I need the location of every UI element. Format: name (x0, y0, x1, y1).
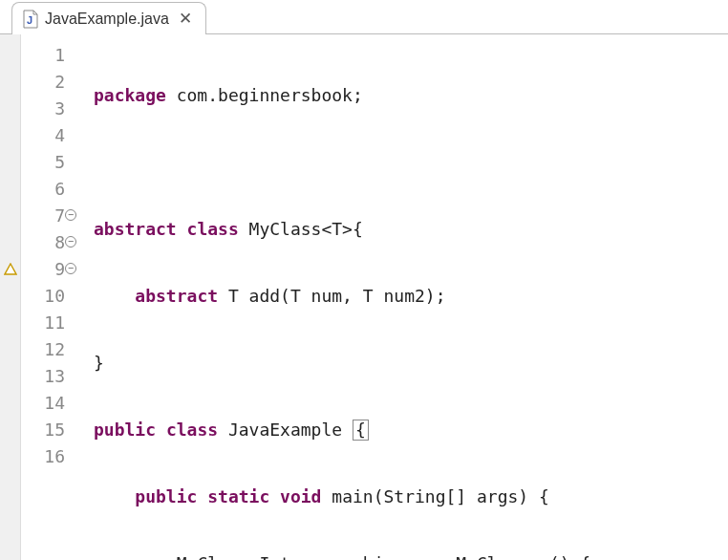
line-num: 14 (21, 390, 65, 417)
code-line: } (94, 350, 728, 377)
code-line: package com.beginnersbook; (94, 82, 728, 109)
code-line (94, 149, 728, 176)
tab-bar: J JavaExample.java ✕ (0, 0, 728, 34)
line-num: 12 (21, 336, 65, 363)
line-num: 16 (21, 443, 65, 470)
code-line: abstract T add(T num, T num2); (94, 283, 728, 310)
line-num: 6 (21, 176, 65, 203)
line-num: 3 (21, 96, 65, 122)
code-editor[interactable]: 1 2 3 4 5 6 7− 8− 9− 10 11 12 13 14 15 1… (0, 34, 728, 560)
line-num: 8− (21, 229, 65, 256)
marker-column (0, 34, 21, 560)
matching-bracket: { (353, 420, 369, 441)
line-num: 5 (21, 149, 65, 176)
line-num: 13 (21, 363, 65, 390)
line-num: 1 (21, 42, 65, 69)
line-num: 9− (21, 256, 65, 283)
code-line: abstract class MyClass<T>{ (94, 216, 728, 243)
warning-icon[interactable] (0, 256, 20, 283)
line-gutter: 1 2 3 4 5 6 7− 8− 9− 10 11 12 13 14 15 1… (21, 34, 73, 560)
line-num: 11 (21, 310, 65, 336)
svg-text:J: J (27, 14, 32, 26)
line-num: 15 (21, 417, 65, 443)
line-num: 4 (21, 122, 65, 149)
code-line: public static void main(String[] args) { (94, 484, 728, 510)
line-num: 10 (21, 283, 65, 310)
java-file-icon: J (22, 10, 39, 29)
code-line: MyClass<Integer> obj = new MyClass<>() { (94, 550, 728, 560)
line-num: 2 (21, 69, 65, 96)
code-line: public class JavaExample { (94, 417, 728, 443)
editor-tab[interactable]: J JavaExample.java ✕ (11, 2, 206, 34)
close-icon[interactable]: ✕ (179, 9, 192, 29)
code-area[interactable]: package com.beginnersbook; abstract clas… (73, 34, 728, 560)
line-num: 7− (21, 203, 65, 229)
tab-filename: JavaExample.java (45, 11, 169, 28)
